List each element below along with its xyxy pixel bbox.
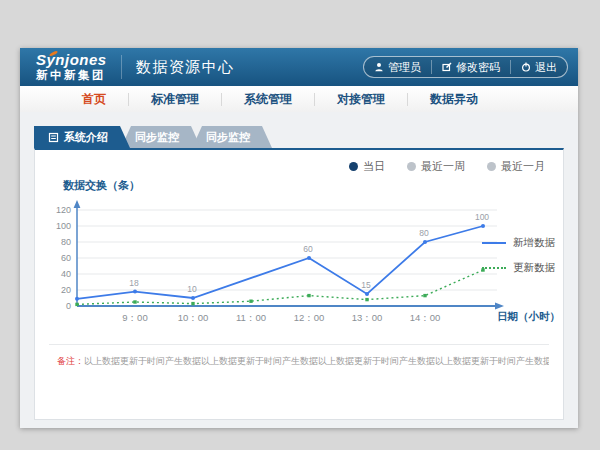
dashboard-panel: 当日最近一周最近一月 数据交换（条） 0204060801001209：0010… xyxy=(34,148,564,420)
data-point-label: 100 xyxy=(475,212,489,222)
chart-area: 0204060801001209：0010：0011：0012：0013：001… xyxy=(49,194,549,340)
nav-item-system-mgmt[interactable]: 系统管理 xyxy=(222,93,315,106)
data-point-label: 18 xyxy=(129,278,139,288)
nav-item-interface-mgmt[interactable]: 对接管理 xyxy=(315,93,408,106)
data-point-label: 60 xyxy=(303,244,313,254)
radio-label: 最近一月 xyxy=(501,159,545,174)
radio-dot-icon xyxy=(349,162,358,171)
y-tick-label: 20 xyxy=(61,285,71,295)
radio-label: 最近一周 xyxy=(421,159,465,174)
y-tick-label: 60 xyxy=(61,253,71,263)
radio-dot-icon xyxy=(487,162,496,171)
note-text: 以上数据更新于时间产生数据以上数据更新于时间产生数据以上数据更新于时间产生数据以… xyxy=(84,356,549,366)
data-point-label: 15 xyxy=(361,280,371,290)
data-point xyxy=(133,300,136,303)
tab-label: 系统介绍 xyxy=(64,130,108,145)
y-tick-label: 80 xyxy=(61,237,71,247)
app-title: 数据资源中心 xyxy=(136,58,235,77)
tab-sync-monitor-1[interactable]: 同步监控 xyxy=(121,126,201,148)
legend-line-swatch xyxy=(482,267,506,269)
y-axis-title: 数据交换（条） xyxy=(63,178,549,192)
radio-label: 当日 xyxy=(363,159,385,174)
x-tick-label: 10：00 xyxy=(178,312,209,323)
tab-label: 同步监控 xyxy=(135,130,179,145)
footer-note: 备注：以上数据更新于时间产生数据以上数据更新于时间产生数据以上数据更新于时间产生… xyxy=(49,344,549,368)
power-icon xyxy=(521,62,531,72)
data-point xyxy=(365,298,368,301)
nav-item-home[interactable]: 首页 xyxy=(60,93,129,106)
radio-today[interactable]: 当日 xyxy=(349,159,385,174)
x-tick-label: 9：00 xyxy=(122,312,147,323)
user-menu-label: 管理员 xyxy=(388,60,421,75)
legend-label: 新增数据 xyxy=(513,236,555,250)
tab-label: 同步监控 xyxy=(206,130,250,145)
legend-label: 更新数据 xyxy=(513,261,555,275)
user-menu-logout[interactable]: 退出 xyxy=(510,60,567,74)
radio-dot-icon xyxy=(407,162,416,171)
user-menu-change-password[interactable]: 修改密码 xyxy=(431,60,510,74)
user-menu-label: 退出 xyxy=(535,60,557,75)
legend-item-1: 更新数据 xyxy=(482,261,555,275)
y-tick-label: 100 xyxy=(56,221,71,231)
nav-item-data-change[interactable]: 数据异动 xyxy=(408,93,500,106)
y-tick-label: 0 xyxy=(66,301,71,311)
document-icon xyxy=(48,132,59,143)
content-area: 系统介绍同步监控同步监控 当日最近一周最近一月 数据交换（条） 02040608… xyxy=(20,112,578,428)
user-menu-label: 修改密码 xyxy=(456,60,500,75)
nav-item-standard-mgmt[interactable]: 标准管理 xyxy=(129,93,222,106)
data-point-label: 80 xyxy=(419,228,429,238)
logo-text-en: Synjones xyxy=(36,52,107,67)
data-point xyxy=(75,303,78,306)
header-divider xyxy=(121,55,122,79)
data-point xyxy=(133,290,137,294)
data-point xyxy=(307,294,310,297)
user-menu-admin[interactable]: 管理员 xyxy=(364,60,431,74)
line-chart: 0204060801001209：0010：0011：0012：0013：001… xyxy=(49,194,509,340)
x-tick-label: 12：00 xyxy=(294,312,325,323)
edit-icon xyxy=(442,62,452,72)
legend-item-0: 新增数据 xyxy=(482,236,555,250)
x-tick-label: 11：00 xyxy=(236,312,266,323)
data-point xyxy=(307,256,311,260)
y-axis-arrow-icon xyxy=(74,200,81,208)
radio-last-month[interactable]: 最近一月 xyxy=(487,159,545,174)
person-icon xyxy=(374,62,384,72)
y-tick-label: 40 xyxy=(61,269,71,279)
y-tick-label: 120 xyxy=(56,205,71,215)
legend-line-swatch xyxy=(482,242,506,244)
data-point xyxy=(75,297,79,301)
x-tick-label: 14：00 xyxy=(410,312,441,323)
user-pill: 管理员修改密码退出 xyxy=(363,56,568,78)
x-axis-title: 日期（小时） xyxy=(497,310,560,324)
company-logo: Synjones 新中新集团 xyxy=(36,52,107,82)
data-point xyxy=(365,292,369,296)
x-axis-arrow-icon xyxy=(495,303,504,310)
data-point xyxy=(423,294,426,297)
tab-system-intro[interactable]: 系统介绍 xyxy=(34,126,130,148)
data-point xyxy=(191,302,194,305)
top-header: Synjones 新中新集团 数据资源中心 管理员修改密码退出 xyxy=(20,48,578,86)
logo-text-cn: 新中新集团 xyxy=(36,70,107,82)
note-prefix: 备注： xyxy=(57,356,84,366)
app-window: Synjones 新中新集团 数据资源中心 管理员修改密码退出 首页标准管理系统… xyxy=(20,48,578,428)
data-point-label: 10 xyxy=(187,284,197,294)
tab-sync-monitor-2[interactable]: 同步监控 xyxy=(192,126,272,148)
chart-legend: 新增数据更新数据 xyxy=(482,236,555,286)
data-point xyxy=(423,240,427,244)
data-point xyxy=(191,296,195,300)
time-range-filter: 当日最近一周最近一月 xyxy=(49,158,549,174)
data-point xyxy=(249,300,252,303)
radio-last-week[interactable]: 最近一周 xyxy=(407,159,465,174)
x-tick-label: 13：00 xyxy=(352,312,383,323)
data-point xyxy=(481,224,485,228)
tab-bar: 系统介绍同步监控同步监控 xyxy=(34,126,564,148)
main-nav: 首页标准管理系统管理对接管理数据异动 xyxy=(20,86,578,113)
